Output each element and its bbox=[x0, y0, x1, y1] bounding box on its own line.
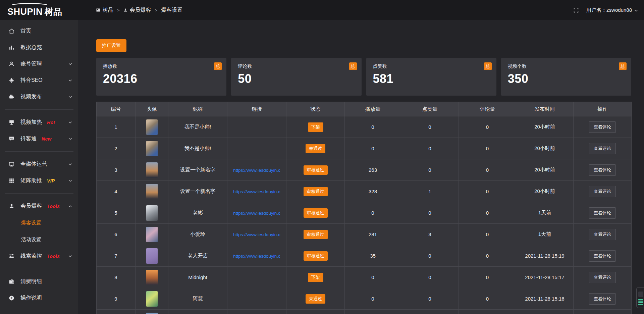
avatar bbox=[146, 184, 158, 199]
sidebar-item-clue-monitor[interactable]: 线索监控Tools bbox=[0, 248, 78, 264]
sidebar-item-account-management[interactable]: 账号管理 bbox=[0, 56, 78, 72]
avatar-cell bbox=[136, 202, 168, 224]
fullscreen-icon[interactable] bbox=[573, 7, 579, 13]
view-comments-button[interactable]: 查看评论 bbox=[589, 164, 616, 176]
status-badge: 审核通过 bbox=[304, 208, 328, 218]
view-comments-button[interactable]: 查看评论 bbox=[589, 143, 616, 154]
play-count-cell: 0 bbox=[345, 288, 401, 310]
avatar-cell bbox=[136, 267, 168, 288]
sidebar-divider bbox=[5, 269, 73, 269]
status-badge: 审核通过 bbox=[304, 251, 328, 261]
status-badge: 审核通过 bbox=[304, 230, 328, 239]
avatar bbox=[146, 141, 158, 156]
row-index-cell: 6 bbox=[97, 224, 136, 245]
status-cell: 审核通过 bbox=[286, 202, 345, 224]
stat-card-likes: 点赞数总581 bbox=[366, 58, 496, 96]
status-cell: 审核通过 bbox=[286, 245, 345, 267]
sidebar-item-matrix-boost[interactable]: 矩阵助推VIP bbox=[0, 172, 78, 189]
table-row: 7老人开店https://www.iesdouyin.c审核通过35002021… bbox=[97, 245, 632, 267]
sidebar-item-operation-guide[interactable]: ?操作说明 bbox=[0, 290, 78, 306]
nickname-cell: 设置一个新名字 bbox=[168, 181, 227, 202]
avatar bbox=[146, 205, 158, 221]
breadcrumb-item-shupin[interactable]: 树品 bbox=[96, 7, 113, 14]
view-comments-button[interactable]: 查看评论 bbox=[589, 186, 616, 197]
link-cell: https://www.iesdouyin.c bbox=[227, 245, 286, 267]
sidebar-item-douketong[interactable]: 抖客通New bbox=[0, 130, 78, 147]
stat-card-label: 播放数 bbox=[103, 63, 220, 69]
avatar-cell bbox=[136, 310, 168, 314]
status-badge: 未通过 bbox=[306, 144, 325, 153]
view-comments-button[interactable]: 查看评论 bbox=[589, 272, 616, 283]
sidebar-item-consumption-detail[interactable]: 消费明细 bbox=[0, 273, 78, 290]
view-comments-button[interactable]: 查看评论 bbox=[589, 207, 616, 219]
sidebar-item-video-publish[interactable]: 视频发布 bbox=[0, 89, 78, 105]
column-header: 评论量 bbox=[459, 102, 516, 116]
column-header: 点赞量 bbox=[401, 102, 459, 116]
video-link[interactable]: https://www.iesdouyin.c bbox=[233, 211, 280, 216]
action-cell: 查看评论 bbox=[574, 116, 632, 138]
stat-card-plays: 播放数总20316 bbox=[96, 58, 226, 96]
sidebar-badge-tools: Tools bbox=[47, 254, 60, 259]
table-row: 8Midnight下架0002021-11-28 15:17查看评论 bbox=[97, 267, 632, 288]
publish-time-cell: 1天前 bbox=[516, 224, 574, 245]
sidebar: 首页数据总览账号管理抖音SEO视频发布视频加热Hot抖客通New全媒体运营矩阵助… bbox=[0, 20, 78, 314]
avatar bbox=[146, 313, 158, 314]
video-link[interactable]: https://www.iesdouyin.c bbox=[233, 232, 280, 237]
publish-time-cell: 2021-11-28 15:19 bbox=[516, 245, 574, 267]
brand-name-cn: 树品 bbox=[45, 6, 62, 18]
sidebar-item-home[interactable]: 首页 bbox=[0, 23, 78, 39]
promo-settings-button[interactable]: 推广设置 bbox=[96, 39, 126, 52]
sidebar-item-label: 线索监控 bbox=[20, 253, 42, 260]
breadcrumb-item-baoke-settings[interactable]: 爆客设置 bbox=[161, 7, 182, 14]
link-cell: https://www.iesdouyin.c bbox=[227, 159, 286, 181]
sidebar-badge-new: New bbox=[42, 136, 52, 142]
sidebar-subitem-activity-settings[interactable]: 活动设置 bbox=[0, 231, 78, 248]
widget-icon bbox=[638, 292, 643, 297]
video-link[interactable]: https://www.iesdouyin.c bbox=[233, 254, 280, 259]
sidebar-item-member-baoke[interactable]: 会员爆客Tools bbox=[0, 198, 78, 214]
video-link[interactable]: https://www.iesdouyin.c bbox=[233, 168, 280, 173]
avatar bbox=[146, 270, 158, 285]
chevron-down-icon bbox=[68, 138, 72, 140]
like-count-cell: 0 bbox=[401, 138, 459, 159]
comment-count-cell: 0 bbox=[459, 116, 516, 138]
sidebar-item-omni-media[interactable]: 全媒体运营 bbox=[0, 156, 78, 172]
total-badge: 总 bbox=[214, 62, 222, 70]
sidebar-item-data-overview[interactable]: 数据总览 bbox=[0, 39, 78, 56]
like-count-cell: 3 bbox=[401, 224, 459, 245]
row-index-cell: 1 bbox=[97, 116, 136, 138]
member-icon bbox=[8, 203, 15, 210]
column-header: 播放量 bbox=[345, 102, 401, 116]
sliders-icon bbox=[8, 253, 15, 260]
sidebar-item-douyin-seo[interactable]: 抖音SEO bbox=[0, 72, 78, 89]
avatar bbox=[146, 119, 158, 135]
grid-icon bbox=[8, 177, 15, 184]
publish-time-cell: 1天前 bbox=[516, 202, 574, 224]
user-menu[interactable]: 用户名：zswodun88 bbox=[586, 7, 638, 13]
play-count-cell: 35 bbox=[345, 245, 401, 267]
breadcrumb-item-member-baoke[interactable]: 会员爆客 bbox=[123, 7, 151, 14]
gear-icon bbox=[8, 77, 15, 84]
sidebar-subitem-baoke-settings[interactable]: 爆客设置 bbox=[0, 214, 78, 231]
action-cell: 查看评论 bbox=[574, 138, 632, 159]
status-cell: 审核通过 bbox=[286, 224, 345, 245]
avatar-cell bbox=[136, 224, 168, 245]
status-cell: 审核通过 bbox=[286, 181, 345, 202]
link-cell bbox=[227, 288, 286, 310]
chevron-down-icon bbox=[68, 179, 72, 182]
view-comments-button[interactable]: 查看评论 bbox=[589, 293, 616, 305]
comment-count-cell: 0 bbox=[459, 181, 516, 202]
stat-card-value: 350 bbox=[508, 72, 625, 86]
view-comments-button[interactable]: 查看评论 bbox=[589, 121, 616, 133]
video-link[interactable]: https://www.iesdouyin.c bbox=[233, 189, 280, 194]
table-row: 9阿慧未通过0002021-11-28 15:16查看评论 bbox=[97, 288, 632, 310]
view-comments-button[interactable]: 查看评论 bbox=[589, 229, 616, 240]
table-row: 2我不是小帅!未通过00020小时前查看评论 bbox=[97, 138, 632, 159]
column-header: 链接 bbox=[227, 102, 286, 116]
customer-service-widget[interactable] bbox=[636, 287, 644, 308]
link-cell: https://www.iesdouyin.c bbox=[227, 224, 286, 245]
heat-icon bbox=[8, 119, 15, 126]
view-comments-button[interactable]: 查看评论 bbox=[589, 250, 616, 262]
sidebar-item-video-heat[interactable]: 视频加热Hot bbox=[0, 114, 78, 130]
monitor-icon bbox=[8, 161, 15, 168]
